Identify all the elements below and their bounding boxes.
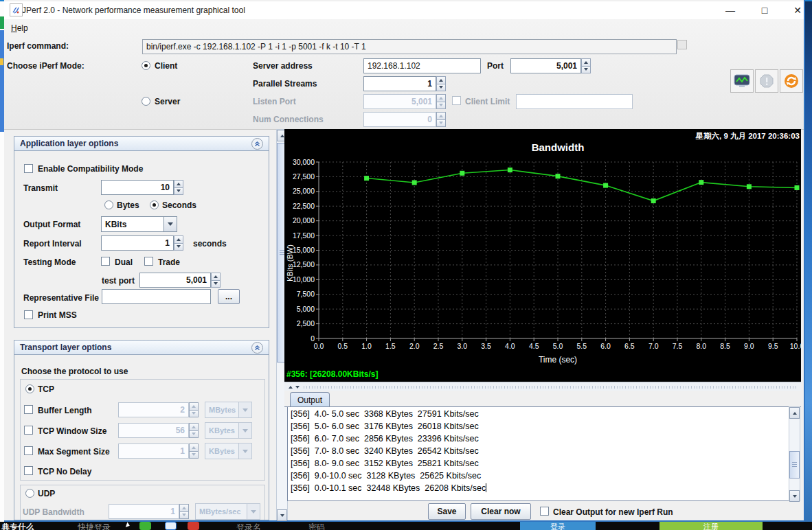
tcp-no-delay-checkbox[interactable] — [24, 466, 33, 475]
tcp-radio[interactable] — [25, 384, 34, 393]
representative-file-label: Representative File — [23, 293, 99, 303]
transmit-spin-buttons[interactable] — [174, 180, 183, 195]
buffer-length-value: 2 — [180, 405, 185, 415]
parallel-streams-spin-buttons[interactable] — [436, 76, 446, 91]
report-interval-spinner[interactable]: 1 — [101, 235, 174, 251]
port-spinner[interactable]: 5,001 — [510, 58, 581, 73]
data-point-marker — [603, 183, 608, 188]
login-button[interactable]: 登录 — [520, 522, 596, 530]
choose-mode-label: Choose iPerf Mode: — [7, 61, 84, 71]
trade-checkbox[interactable] — [144, 257, 153, 266]
tcp-window-unit-combo: KBytes — [205, 422, 252, 439]
mouse-cursor-icon — [126, 522, 131, 528]
num-connections-label: Num Connections — [253, 115, 324, 124]
num-connections-value: 0 — [427, 115, 432, 124]
port-spinner-buttons[interactable] — [581, 58, 591, 73]
spin-down-icon[interactable] — [581, 67, 591, 74]
listen-port-spin-buttons — [436, 94, 446, 109]
output-log-line: [356] 7.0- 8.0 sec 3240 KBytes 26542 Kbi… — [291, 445, 789, 457]
data-point-marker — [364, 176, 369, 181]
spin-down-icon[interactable] — [174, 188, 183, 196]
output-log[interactable]: [356] 4.0- 5.0 sec 3368 KBytes 27591 Kbi… — [287, 406, 793, 501]
port-value: 5,001 — [556, 61, 577, 71]
maximize-button[interactable]: □ — [753, 3, 776, 18]
parallel-streams-value: 1 — [427, 79, 432, 89]
tab-output[interactable]: Output — [290, 392, 330, 408]
print-mss-checkbox[interactable] — [24, 310, 33, 319]
splitter-bar[interactable] — [284, 382, 801, 391]
server-radio[interactable] — [142, 97, 150, 106]
max-segment-checkbox[interactable] — [24, 446, 33, 455]
output-format-combo[interactable]: KBits — [101, 216, 177, 232]
spin-up-icon[interactable] — [174, 180, 183, 188]
spin-down-icon[interactable] — [211, 281, 221, 288]
spin-up-icon[interactable] — [581, 58, 591, 67]
tcp-window-label: TCP Window Size — [38, 426, 106, 436]
udp-bandwidth-unit-combo: MBytes/sec — [195, 503, 260, 520]
spin-up-icon[interactable] — [436, 76, 446, 84]
title-bar: JPerf 2.0 - Network performance measurem… — [4, 1, 804, 19]
svg-text:0.5: 0.5 — [337, 342, 348, 350]
collapse-chevron-icon[interactable] — [251, 138, 263, 150]
clear-output-checkbox[interactable] — [540, 507, 549, 516]
server-address-field[interactable]: 192.168.1.102 — [363, 58, 481, 73]
svg-text:15,000: 15,000 — [293, 246, 315, 254]
seconds-radio[interactable] — [150, 200, 159, 209]
representative-file-field[interactable] — [102, 289, 211, 304]
scroll-down-icon[interactable] — [789, 490, 800, 502]
minimize-button[interactable]: — — [719, 3, 742, 18]
buffer-length-checkbox[interactable] — [24, 405, 33, 414]
report-interval-unit: seconds — [193, 239, 227, 249]
enable-compatibility-checkbox[interactable] — [24, 164, 33, 173]
restart-iperf-button[interactable] — [780, 69, 803, 93]
output-scrollbar-thumb[interactable] — [789, 451, 800, 479]
close-button[interactable]: ✕ — [786, 3, 809, 18]
report-interval-value: 1 — [165, 238, 170, 248]
browse-file-button[interactable]: ... — [218, 289, 240, 304]
background-page-bar: 典专什么 快捷登录 登录名 密码 登录 注册 — [0, 522, 812, 530]
menu-help[interactable]: Help — [11, 23, 28, 33]
report-interval-spin-buttons[interactable] — [174, 235, 183, 251]
server-address-value: 192.168.1.102 — [368, 61, 420, 71]
udp-radio[interactable] — [25, 489, 34, 498]
max-segment-label: Max Segment Size — [38, 447, 110, 457]
scroll-up-icon[interactable] — [789, 407, 800, 419]
weibo-icon[interactable] — [188, 522, 199, 530]
test-port-spin-buttons[interactable] — [211, 273, 221, 288]
spin-down-icon[interactable] — [436, 84, 446, 92]
data-point-marker — [651, 198, 656, 203]
collapse-chevron-icon[interactable] — [251, 342, 263, 354]
bytes-radio[interactable] — [104, 200, 113, 209]
register-button[interactable]: 注册 — [659, 522, 763, 530]
port-label: Port — [487, 61, 504, 71]
dual-checkbox[interactable] — [101, 257, 110, 266]
client-radio[interactable] — [142, 61, 150, 70]
spin-up-icon[interactable] — [174, 235, 183, 244]
svg-text:4.5: 4.5 — [529, 342, 539, 350]
output-scrollbar[interactable] — [789, 406, 800, 501]
save-button[interactable]: Save — [428, 503, 466, 520]
header-panel: Help Iperf command: bin/iperf.exe -c 192… — [4, 19, 804, 130]
wechat-icon[interactable] — [139, 522, 151, 530]
scroll-down-icon[interactable] — [277, 509, 287, 521]
desktop-background-strip — [805, 0, 812, 530]
parallel-streams-spinner[interactable]: 1 — [363, 76, 436, 91]
tcp-window-spinner: 56 — [118, 423, 189, 438]
iperf-command-field[interactable]: bin/iperf.exe -c 192.168.1.102 -P 1 -i 1… — [142, 39, 677, 54]
splitter-up-icon[interactable] — [289, 386, 293, 389]
svg-text:7.5: 7.5 — [673, 342, 683, 350]
test-port-spinner[interactable]: 5,001 — [139, 273, 211, 288]
chevron-down-icon[interactable] — [164, 216, 177, 232]
splitter-down-icon[interactable] — [295, 386, 300, 389]
transport-layer-title: Transport layer options — [20, 343, 111, 352]
run-iperf-button[interactable] — [730, 69, 754, 93]
spin-down-icon[interactable] — [174, 244, 183, 251]
svg-text:1.5: 1.5 — [385, 342, 396, 350]
transmit-spinner[interactable]: 10 — [101, 180, 174, 195]
qq-icon[interactable] — [165, 522, 177, 530]
tcp-window-checkbox[interactable] — [24, 426, 33, 435]
application-layer-panel: Application layer options Enable Compati… — [14, 136, 269, 328]
clear-now-button[interactable]: Clear now — [471, 503, 531, 520]
svg-text:4.0: 4.0 — [505, 342, 515, 350]
spin-up-icon[interactable] — [211, 273, 221, 281]
